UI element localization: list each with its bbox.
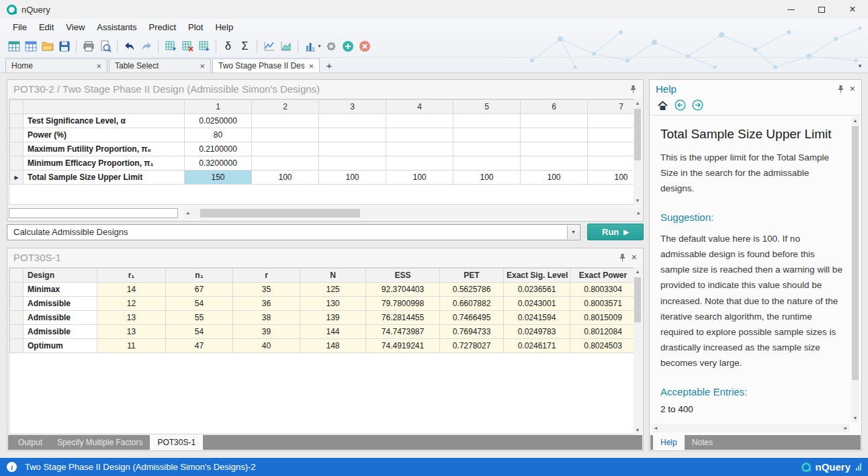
menu-item-edit[interactable]: Edit (33, 20, 60, 34)
result-cell[interactable]: 13 (97, 325, 166, 339)
tab-two-stage-phase-ii-des[interactable]: Two Stage Phase II Des (212, 58, 320, 73)
result-cell[interactable]: 13 (97, 311, 166, 325)
tab-close-icon[interactable] (308, 62, 314, 70)
result-cell[interactable]: 0.5625786 (440, 283, 504, 297)
dropdown-chevron-icon[interactable] (567, 226, 579, 239)
design-cell[interactable]: 100 (453, 171, 521, 185)
row-label[interactable]: Power (%) (24, 128, 185, 142)
design-column-header[interactable]: 3 (319, 100, 386, 114)
design-cell[interactable]: 100 (319, 171, 386, 185)
menu-item-predict[interactable]: Predict (143, 20, 182, 34)
scrollbar-track[interactable] (851, 125, 859, 414)
result-cell[interactable]: 92.3704403 (366, 283, 440, 297)
menu-item-view[interactable]: View (60, 20, 91, 34)
result-cell[interactable]: 35 (233, 283, 300, 297)
results-column-header[interactable]: r₁ (97, 269, 166, 283)
result-cell[interactable]: 148 (300, 339, 366, 353)
design-cell[interactable] (588, 142, 636, 156)
bar-chart-icon[interactable] (302, 38, 318, 54)
tab-close-icon[interactable] (96, 62, 101, 70)
run-button[interactable]: Run (587, 224, 644, 240)
scroll-left-icon[interactable] (652, 424, 660, 432)
design-cell[interactable]: 0.0250000 (185, 114, 252, 128)
result-cell[interactable]: 0.6607882 (440, 297, 504, 311)
design-horizontal-scrollbar[interactable] (183, 208, 643, 218)
settings-gear-icon[interactable] (323, 38, 340, 54)
scroll-up-icon[interactable] (851, 116, 859, 125)
result-cell[interactable]: 0.0249783 (504, 325, 570, 339)
results-column-header[interactable]: Exact Sig. Level (504, 269, 570, 283)
scroll-up-icon[interactable] (634, 267, 642, 276)
design-cell[interactable]: 100 (252, 171, 319, 185)
scrollbar-track[interactable] (634, 107, 642, 196)
clear-table-icon[interactable] (179, 38, 196, 54)
result-cell[interactable]: 38 (233, 311, 300, 325)
design-column-header[interactable]: 6 (521, 100, 588, 114)
pin-icon[interactable] (837, 85, 844, 93)
menu-item-assistants[interactable]: Assistants (91, 20, 142, 34)
row-selector[interactable] (10, 171, 24, 185)
design-cell[interactable] (386, 114, 453, 128)
design-name-cell[interactable]: Optimum (24, 339, 97, 353)
result-cell[interactable]: 36 (233, 297, 300, 311)
design-cell[interactable] (453, 128, 521, 142)
results-vertical-scrollbar[interactable] (634, 267, 642, 434)
result-cell[interactable]: 0.7466495 (440, 311, 504, 325)
result-cell[interactable]: 144 (300, 325, 366, 339)
open-folder-icon[interactable] (39, 38, 56, 54)
scroll-down-icon[interactable] (634, 196, 642, 205)
row-selector[interactable] (10, 325, 24, 339)
results-column-header[interactable]: Exact Power (570, 269, 636, 283)
result-cell[interactable]: 55 (166, 311, 233, 325)
result-cell[interactable]: 74.7473987 (366, 325, 440, 339)
scrollbar-thumb[interactable] (634, 109, 641, 160)
results-column-header[interactable]: N (300, 269, 366, 283)
design-cell[interactable] (521, 114, 588, 128)
design-cell[interactable] (319, 142, 386, 156)
row-selector[interactable] (10, 339, 24, 353)
panel-close-icon[interactable] (632, 252, 637, 262)
result-cell[interactable]: 11 (97, 339, 166, 353)
scrollbar-track[interactable] (634, 276, 642, 426)
row-selector[interactable] (10, 156, 24, 171)
result-cell[interactable]: 12 (97, 297, 166, 311)
design-column-header[interactable]: 5 (453, 100, 521, 114)
result-cell[interactable]: 54 (166, 297, 233, 311)
design-name-cell[interactable]: Admissible (24, 311, 97, 325)
row-selector[interactable] (10, 128, 24, 142)
scroll-up-icon[interactable] (634, 99, 642, 107)
result-cell[interactable]: 14 (97, 283, 166, 297)
row-label[interactable]: Total Sample Size Upper Limit (24, 171, 185, 185)
design-cell[interactable] (453, 142, 521, 156)
result-cell[interactable]: 0.8003304 (570, 283, 636, 297)
row-selector[interactable] (10, 114, 24, 128)
result-cell[interactable]: 0.8015009 (570, 311, 636, 325)
scrollbar-thumb[interactable] (634, 277, 641, 322)
design-column-header[interactable]: 4 (386, 100, 453, 114)
design-name-cell[interactable]: Minimax (24, 283, 97, 297)
result-cell[interactable]: 125 (300, 283, 366, 297)
design-column-header[interactable]: 1 (185, 100, 252, 114)
results-column-header[interactable]: ESS (366, 269, 440, 283)
design-cell[interactable] (521, 142, 588, 156)
print-preview-icon[interactable] (97, 38, 114, 54)
design-cell[interactable] (252, 142, 319, 156)
design-cell[interactable]: 100 (386, 171, 453, 185)
result-cell[interactable]: 67 (166, 283, 233, 297)
result-cell[interactable]: 0.8003571 (570, 297, 636, 311)
scrollbar-thumb[interactable] (200, 209, 360, 218)
bottom-tab-output[interactable]: Output (11, 435, 50, 450)
bottom-tab-pot30s-1[interactable]: POT30S-1 (150, 435, 203, 450)
design-cell[interactable]: 150 (185, 171, 252, 185)
scroll-down-icon[interactable] (851, 414, 859, 422)
maximize-button[interactable] (806, 0, 837, 19)
scroll-right-icon[interactable] (842, 424, 850, 432)
design-cell[interactable]: 80 (185, 128, 252, 142)
menu-item-file[interactable]: File (7, 20, 33, 34)
row-selector[interactable] (10, 297, 24, 311)
help-vertical-scrollbar[interactable] (851, 116, 859, 422)
line-plot-icon[interactable] (261, 38, 277, 54)
design-cell[interactable]: 100 (521, 171, 588, 185)
results-column-header[interactable]: Design (24, 269, 97, 283)
table-edit-box[interactable] (9, 208, 178, 218)
